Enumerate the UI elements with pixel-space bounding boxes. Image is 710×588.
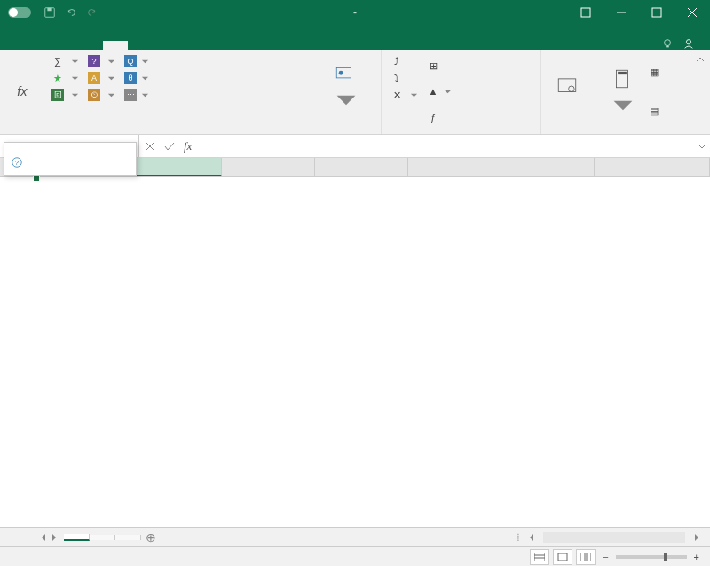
ribbon: fx ∑ ★ 回 ? A ⏲ Q θ ⋯ <box>0 50 710 135</box>
define-name-button[interactable] <box>325 53 366 120</box>
zoom-out-button[interactable]: − <box>599 552 611 562</box>
maximize-button[interactable] <box>641 0 673 25</box>
math-button[interactable]: θ <box>121 70 153 86</box>
svg-rect-25 <box>580 553 585 561</box>
horizontal-scrollbar[interactable] <box>543 532 685 543</box>
watch-window-button[interactable] <box>547 53 588 120</box>
scroll-left-icon[interactable] <box>527 533 536 542</box>
normal-view-button[interactable] <box>530 549 549 565</box>
clock-icon: ⏲ <box>88 89 100 101</box>
cancel-icon[interactable] <box>145 141 155 152</box>
save-icon[interactable] <box>43 6 56 19</box>
chevron-down-icon <box>71 91 79 99</box>
zoom-in-button[interactable]: + <box>690 552 703 562</box>
page-break-view-button[interactable] <box>576 549 596 565</box>
scroll-right-icon[interactable] <box>692 533 701 542</box>
define-names-label <box>325 120 375 132</box>
calc-options-button[interactable] <box>602 53 643 130</box>
financial-button[interactable]: 回 <box>48 87 83 103</box>
insert-function-button[interactable]: fx <box>5 53 46 130</box>
add-sheet-button[interactable]: ⊕ <box>141 530 161 545</box>
tab-formulas[interactable] <box>103 41 128 50</box>
col-header-F[interactable] <box>408 158 501 176</box>
fx-icon[interactable]: fx <box>184 139 192 153</box>
calc-sheet-icon: ▤ <box>648 106 660 118</box>
tab-file[interactable] <box>4 41 28 50</box>
tab-layout[interactable] <box>78 41 103 50</box>
close-button[interactable] <box>676 0 708 25</box>
confirm-icon[interactable] <box>164 141 175 152</box>
tab-view[interactable] <box>178 41 202 50</box>
chevron-down-icon <box>141 74 149 82</box>
error-check-button[interactable]: ▲ <box>423 83 455 99</box>
tab-data[interactable] <box>128 41 153 50</box>
col-header-D[interactable] <box>222 158 315 176</box>
col-header-E[interactable] <box>315 158 408 176</box>
text-icon: A <box>88 72 100 84</box>
datetime-button[interactable]: ⏲ <box>84 87 119 103</box>
autosave-toggle[interactable] <box>5 7 31 18</box>
formula-audit-label <box>387 130 535 132</box>
autosave-switch[interactable] <box>8 7 31 18</box>
lookup-button[interactable]: Q <box>121 53 153 69</box>
star-icon: ★ <box>51 72 64 84</box>
remove-arrows-button[interactable]: ✕ <box>387 87 422 103</box>
page-layout-icon <box>557 553 568 561</box>
autosum-button[interactable]: ∑ <box>48 53 83 69</box>
calc-label <box>602 130 680 132</box>
error-check-icon: ▲ <box>427 85 439 98</box>
expand-formula-bar-button[interactable] <box>694 142 710 151</box>
chevron-down-icon <box>107 74 115 82</box>
trace-precedents-button[interactable]: ⤴ <box>387 53 422 69</box>
col-header-G[interactable] <box>501 158 595 176</box>
calc-now-button[interactable]: ▦ <box>644 65 664 81</box>
recent-functions-button[interactable]: ★ <box>48 70 83 86</box>
share-icon <box>682 37 695 50</box>
sheet-next-icon[interactable] <box>50 533 59 542</box>
tooltip-more-info-link[interactable]: ? <box>12 157 129 168</box>
tell-me-search[interactable] <box>661 37 677 50</box>
trace-dep-icon: ⤵ <box>390 72 403 84</box>
text-button[interactable]: A <box>84 70 119 86</box>
page-layout-view-button[interactable] <box>553 549 572 565</box>
sheet-tab-2[interactable] <box>90 535 115 540</box>
share-button[interactable] <box>682 37 698 50</box>
undo-icon[interactable] <box>65 6 77 19</box>
svg-rect-24 <box>558 553 567 561</box>
tab-home[interactable] <box>28 41 53 50</box>
lookup-icon: Q <box>124 55 137 67</box>
insert-function-tooltip: ? <box>4 142 137 176</box>
zoom-slider[interactable] <box>616 555 687 559</box>
fx-icon: fx <box>14 80 37 103</box>
logical-button[interactable]: ? <box>84 53 119 69</box>
tab-review[interactable] <box>153 41 178 50</box>
sheet-tab-1[interactable] <box>64 534 90 541</box>
col-header-blank[interactable] <box>595 158 710 176</box>
svg-rect-4 <box>652 8 661 17</box>
chevron-down-icon <box>444 88 452 96</box>
chevron-down-icon <box>71 74 79 82</box>
collapse-ribbon-icon[interactable] <box>694 53 706 66</box>
sigma-icon: ∑ <box>51 55 64 67</box>
show-formulas-button[interactable]: ⊞ <box>423 58 455 74</box>
svg-rect-21 <box>534 553 545 561</box>
chevron-down-icon <box>335 89 358 112</box>
calc-sheet-button[interactable]: ▤ <box>644 104 664 120</box>
worksheet-grid[interactable] <box>0 158 710 527</box>
sheet-prev-icon[interactable] <box>39 533 48 542</box>
trace-dependents-button[interactable]: ⤵ <box>387 70 422 86</box>
svg-point-14 <box>569 86 575 92</box>
evaluate-formula-button[interactable]: ƒ <box>423 110 455 126</box>
svg-text:?: ? <box>15 159 19 167</box>
more-functions-button[interactable]: ⋯ <box>121 87 153 103</box>
ribbon-options-icon[interactable] <box>570 0 602 25</box>
tab-insert[interactable] <box>53 41 78 50</box>
svg-point-9 <box>686 40 690 44</box>
chevron-down-icon <box>107 58 115 66</box>
show-formulas-icon: ⊞ <box>427 59 439 72</box>
col-header-C[interactable] <box>129 158 222 176</box>
formula-input[interactable] <box>197 139 694 153</box>
redo-icon[interactable] <box>86 6 99 19</box>
minimize-button[interactable] <box>605 0 637 25</box>
sheet-tab-3[interactable] <box>115 535 141 540</box>
